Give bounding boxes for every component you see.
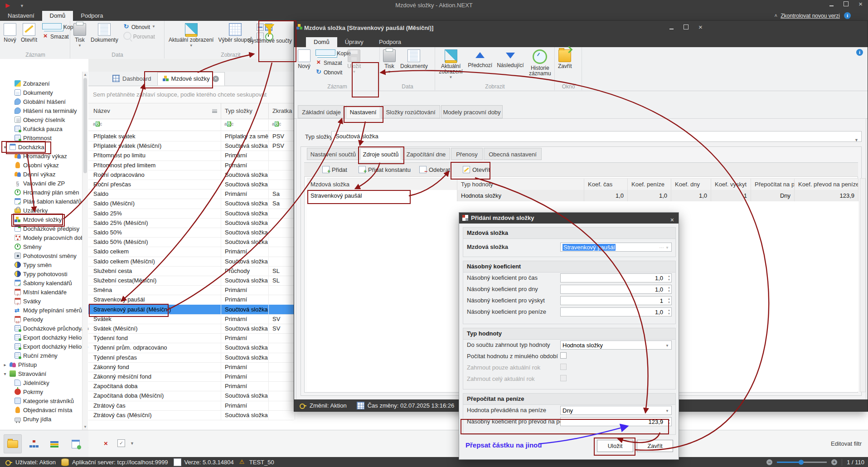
aktu-ln-zobrazen--button[interactable]: Aktuální zobrazení▼ xyxy=(167,22,215,50)
sidebar-item-periody[interactable]: Periody xyxy=(15,315,43,324)
expander-open-icon[interactable]: ▾ xyxy=(3,145,7,150)
sources-cell-0[interactable]: Stravenkový paušál xyxy=(307,190,457,201)
sidebar-item-glob-ln-hl-en-[interactable]: Globální hlášení xyxy=(15,97,66,106)
sidebar-item-ru-n-zm-ny[interactable]: Ruční změny xyxy=(15,351,58,360)
spin-editor[interactable]: 123,9▲▼ xyxy=(560,417,672,426)
sources-column-header-7[interactable]: Koef. převod na peníze xyxy=(795,179,858,190)
sidebar-item-hromadn-v-kaz[interactable]: Hromadný výkaz xyxy=(15,151,67,161)
table-row[interactable]: Příplatek svátekPříplatky za směnyPSV xyxy=(88,131,294,141)
sidebar-item-typy-sm-n[interactable]: Typy směn xyxy=(15,260,52,269)
grid-filter-cell[interactable]: aBc xyxy=(221,119,269,131)
table-row[interactable]: SměnaPrimární xyxy=(88,285,294,295)
table-row[interactable]: Saldo 25%Součtová složka xyxy=(88,209,294,219)
sources-cell-4[interactable]: 1,0 xyxy=(671,190,711,201)
child-maximize-button[interactable] xyxy=(684,24,689,29)
tab-nastaven-[interactable]: Nastavení xyxy=(346,105,380,118)
dropdown-arrow-icon[interactable]: ▼ xyxy=(78,43,82,49)
orgstructure-view-button[interactable] xyxy=(25,435,43,453)
sidebar-item-denn-v-kaz[interactable]: Denní výkaz xyxy=(15,170,56,179)
smazat-button[interactable]: Smazat xyxy=(40,31,71,40)
close-button[interactable]: × xyxy=(858,2,863,6)
table-row[interactable]: Saldo celkem (Měsíční)Součtová složka xyxy=(88,257,294,267)
obnovit-button[interactable]: Obnovit xyxy=(313,67,344,76)
sidebar-item-pl-n-ablon-kalend-[interactable]: Plán šablon kalendářů xyxy=(15,197,82,206)
zoom-slider[interactable] xyxy=(777,462,827,463)
sidebar-item-export-doch-zky-helios[interactable]: Export docházky Helios xyxy=(15,333,85,342)
dropdown-arrow-icon[interactable]: ▼ xyxy=(152,24,155,29)
table-row[interactable]: SvátekPrimárníSV xyxy=(88,314,294,324)
p-edchoz--button[interactable]: Předchozí xyxy=(466,48,494,69)
sidebar-item-j-deln-ky[interactable]: Jídelníčky xyxy=(15,378,49,387)
sources-cell-2[interactable]: 1,0 xyxy=(584,190,628,201)
sidebar-scrollbar[interactable]: ▲ ▼ xyxy=(82,72,88,430)
tab-zdroje-sou-t-[interactable]: Zdroje součtů xyxy=(360,148,401,160)
table-row[interactable]: Stravenkový paušál (Měsíční)Součtová slo… xyxy=(88,305,294,315)
sidebar-item-pohotovostn-sm-ny[interactable]: Pohotovostní směny xyxy=(15,251,77,260)
sidebar-item-kategorie-str-vn-k-[interactable]: Kategorie strávníků xyxy=(15,396,74,405)
sidebar-item-p-tomnost[interactable]: Přítomnost xyxy=(15,133,52,142)
collapse-ribbon-icon[interactable]: ˄ xyxy=(775,13,777,18)
table-row[interactable]: Služební cestaPrůchodySL xyxy=(88,266,294,276)
spin-editor[interactable]: 1,0▲▼ xyxy=(560,285,672,294)
table-row[interactable]: Saldo 50%Součtová složka xyxy=(88,228,294,238)
tab-modely-pracovn-doby[interactable]: Modely pracovní doby xyxy=(441,105,503,118)
tisk-button[interactable]: Tisk▼ xyxy=(72,22,88,50)
otev-t-button[interactable]: Otevřít xyxy=(463,165,490,175)
sources-column-header-6[interactable]: Přepočítat na p... xyxy=(751,179,795,190)
smazat-button[interactable]: Smazat xyxy=(313,58,344,67)
tab-slo-ky-roz-tov-n-[interactable]: Složky rozúčtování xyxy=(381,105,440,118)
combo-arrow-icon[interactable]: ▼ xyxy=(854,135,858,145)
ribbon-tab-podpora[interactable]: Podpora xyxy=(73,11,111,21)
sidebar-item-sm-ny[interactable]: Směny xyxy=(15,242,41,251)
tab-dashboard[interactable]: Dashboard xyxy=(107,72,157,86)
spinner-icons[interactable]: ▲▼ xyxy=(668,297,670,304)
table-row[interactable]: Přítomnost před limitemPrimární xyxy=(88,161,294,170)
tab-nastaven-sou-t-[interactable]: Nastavení součtů xyxy=(307,148,359,160)
sidebar-item-hromadn-pl-n-sm-n[interactable]: Hromadný plán směn xyxy=(15,188,79,197)
sidebar-item-varov-n-dle-zp[interactable]: Varování dle ZP xyxy=(15,179,65,188)
sidebar-item--ablony-kalend-[interactable]: Šablony kalendářů xyxy=(15,278,72,287)
ribbon-tab-domů[interactable]: Domů xyxy=(42,11,73,21)
sidebar-item-stravov-n-[interactable]: ▾Stravování xyxy=(3,369,46,378)
component-type-combobox[interactable]: Součtová složka ▼ xyxy=(331,131,862,142)
table-row[interactable]: Stravenkový paušálPrimární xyxy=(88,295,294,305)
sidebar-item-druhy-j-dla[interactable]: Druhy jídla xyxy=(15,414,51,423)
info-icon[interactable]: i xyxy=(844,12,851,19)
tab-zapo-t-n-dne[interactable]: Započítání dne xyxy=(402,148,450,160)
tisk-button[interactable]: Tisk▼ xyxy=(381,48,398,76)
kopie-button[interactable]: Kopie xyxy=(40,22,71,31)
sources-column-header-1[interactable]: Typ hodnoty xyxy=(457,179,584,190)
expander-open-icon[interactable]: ▾ xyxy=(3,371,7,376)
table-row[interactable]: Přítomnost po limituPrimární xyxy=(88,151,294,161)
sidebar-item-m-stn-kalend-e[interactable]: Místní kalendáře xyxy=(15,287,67,297)
sidebar-item-hl-en-na-termin-ly[interactable]: Hlášení na terminály xyxy=(15,106,77,115)
spinner-icons[interactable]: ▲▼ xyxy=(668,286,670,293)
odebrat-button[interactable]: Odebrat xyxy=(419,165,450,175)
dropdown-arrow-icon[interactable]: ▼ xyxy=(449,75,453,80)
sources-cell-6[interactable]: Dny xyxy=(751,190,795,201)
sidebar-item-obecn-seln-k[interactable]: Obecný číselník xyxy=(15,115,65,124)
ribbon-tab-úpravy[interactable]: Úpravy xyxy=(337,37,371,47)
combo-editor[interactable]: Hodnota složky▼ xyxy=(560,341,672,350)
table-row[interactable]: Týdenní prům. odpracovánoSoučtová složka xyxy=(88,343,294,353)
spin-editor[interactable]: 1▲▼ xyxy=(560,296,672,305)
n-sleduj-c--button[interactable]: Následující xyxy=(495,48,525,69)
grid-filter-cell[interactable]: aBc xyxy=(90,119,221,131)
sources-cell-3[interactable]: 1,0 xyxy=(628,190,671,201)
zav-t-button[interactable]: Zavřít xyxy=(556,48,574,70)
sources-column-header-4[interactable]: Koef. dny xyxy=(671,179,711,190)
checkbox[interactable] xyxy=(560,352,567,359)
scrollbar-thumb[interactable] xyxy=(83,78,87,173)
grid-filter-cell[interactable]: aBc xyxy=(269,119,295,131)
syst-mov-sou-ty-button[interactable]: Systémové součty xyxy=(246,22,294,45)
tab-p-enosy[interactable]: Přenosy xyxy=(451,148,483,160)
sidebar-item-sv-tky[interactable]: Svátky xyxy=(15,297,41,306)
maximize-button[interactable] xyxy=(844,1,849,6)
tab-z-kladn-daje[interactable]: Základní údaje xyxy=(298,105,345,118)
dokumenty-button[interactable]: Dokumenty xyxy=(89,22,120,44)
sources-column-header-5[interactable]: Koef. výskyt xyxy=(711,179,751,190)
ribbon-tab-podpora[interactable]: Podpora xyxy=(371,37,409,47)
nov--button[interactable]: Nový xyxy=(2,22,18,44)
scroll-up-icon[interactable]: ▲ xyxy=(82,73,88,77)
sidebar-item-mzdov-slo-ky[interactable]: Mzdové složky xyxy=(15,215,62,224)
